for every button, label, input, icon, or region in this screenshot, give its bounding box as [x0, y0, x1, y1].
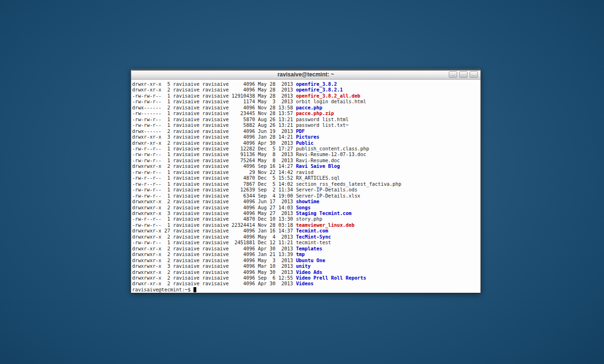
file-name: openfire_3.8.2 — [296, 81, 337, 87]
file-meta: drwxr-xr-x 2 ravisaive ravisaive 4096 Ap… — [132, 140, 296, 146]
file-meta: drwxrwxr-x 2 ravisaive ravisaive 4096 Au… — [132, 205, 296, 210]
file-row: -rw-rw-r-- 1 ravisaive ravisaive 2451881… — [132, 240, 480, 245]
file-row: -rw-rw-r-- 1 ravisaive ravisaive 2232441… — [132, 222, 480, 228]
file-row: drwxr-xr-x 2 ravisaive ravisaive 4096 Ma… — [132, 87, 480, 92]
file-name: orbit login details.html — [296, 99, 366, 104]
file-name: Server-IP-Details.ods — [296, 187, 357, 192]
terminal-cursor — [193, 287, 196, 292]
file-meta: -rw-rw-r-- 1 ravisaive ravisaive 6344 Se… — [132, 193, 296, 199]
file-row: drwx------ 2 ravisaive ravisaive 4096 Ju… — [132, 128, 480, 134]
file-name: TecMint-Sync — [296, 234, 331, 240]
file-meta: -rw-rw-r-- 1 ravisaive ravisaive 75264 M… — [132, 157, 296, 163]
file-meta: drwxr-xr-x 2 ravisaive ravisaive 4096 Ma… — [132, 87, 296, 92]
file-row: drwxrwxr-x 2 ravisaive ravisaive 4096 Se… — [132, 275, 480, 281]
file-row: drwxr-xr-x 2 ravisaive ravisaive 4096 Ap… — [132, 246, 480, 251]
file-name: showtime — [296, 199, 319, 204]
file-row: drwxrwxr-x 2 ravisaive ravisaive 4096 Ja… — [132, 251, 480, 257]
maximize-icon: ▫ — [462, 72, 464, 77]
file-row: drwxrwxr-x 27 ravisaive ravisaive 4096 J… — [132, 228, 480, 233]
file-meta: drwxr-xr-x 2 ravisaive ravisaive 4096 Ap… — [132, 281, 296, 286]
file-meta: -rw-r--r-- 1 ravisaive ravisaive 12282 D… — [132, 146, 296, 151]
file-name: password list.txt~ — [296, 122, 349, 128]
file-meta: drwxrwxr-x 2 ravisaive ravisaive 4096 Ju… — [132, 199, 296, 204]
file-name: section_rss_feeds_latest_factiva.php — [296, 181, 401, 187]
file-meta: -rw-rw-r-- 1 ravisaive ravisaive 1174 Ma… — [132, 99, 296, 104]
file-row: drwxrwxr-x 2 ravisaive ravisaive 4096 Ma… — [132, 234, 480, 240]
file-row: drwxr-xr-x 3 ravisaive ravisaive 4096 Ja… — [132, 134, 480, 140]
file-row: -rw-rw-r-- 1 ravisaive ravisaive 5870 Au… — [132, 116, 480, 122]
file-meta: drwxrwxr-x 2 ravisaive ravisaive 4096 Ma… — [132, 234, 296, 240]
file-meta: drwx------ 2 ravisaive ravisaive 4096 No… — [132, 105, 296, 110]
file-meta: -rw-rw-r-- 1 ravisaive ravisaive 5882 Au… — [132, 122, 296, 128]
close-icon: ✕ — [472, 72, 476, 77]
file-name: Videos — [296, 281, 313, 286]
file-name: pacce.php.zip — [296, 110, 334, 116]
file-name: ravisd — [296, 169, 313, 175]
file-name: story.php — [296, 216, 322, 222]
file-name: Songs — [296, 205, 310, 210]
file-meta: drwxrwxr-x 2 ravisaive ravisaive 4096 Ja… — [132, 251, 296, 257]
file-row: -rw-rw-r-- 1 ravisaive ravisaive 91136 M… — [132, 151, 480, 157]
maximize-button[interactable]: ▫ — [459, 71, 468, 78]
file-row: drwxr-xr-x 2 ravisaive ravisaive 4096 Ap… — [132, 140, 480, 146]
file-row: drwxr-xr-x 2 ravisaive ravisaive 4096 Ap… — [132, 281, 480, 286]
file-row: -rw-rw-r-- 1 ravisaive ravisaive 12639 S… — [132, 187, 480, 192]
file-name: tecmint-test — [296, 240, 331, 245]
file-row: -rw-rw-r-- 1 ravisaive ravisaive 1174 Ma… — [132, 99, 480, 104]
file-meta: -rw-rw-r-- 1 ravisaive ravisaive 5870 Au… — [132, 116, 296, 122]
file-row: drwxrwxr-x 2 ravisaive ravisaive 4096 Au… — [132, 205, 480, 210]
file-name: Public — [296, 140, 313, 146]
file-row: drwxrwxr-x 2 ravisaive ravisaive 4096 Ma… — [132, 257, 480, 263]
file-row: -rw-r--r-- 1 ravisaive ravisaive 7867 De… — [132, 181, 480, 187]
file-meta: drwxrwxr-x 2 ravisaive ravisaive 4096 Se… — [132, 163, 296, 169]
file-name: publish_content.class.php — [296, 146, 369, 151]
file-row: -rw-r--r-- 1 ravisaive ravisaive 12282 D… — [132, 146, 480, 151]
file-name: Server-IP-Details.xlsx — [296, 193, 360, 199]
terminal-window: ravisaive@tecmint: ~ – ▫ ✕ drwxr-xr-x 5 … — [131, 69, 481, 293]
minimize-button[interactable]: – — [449, 71, 457, 78]
file-row: drwxrwxr-x 2 ravisaive ravisaive 4096 Se… — [132, 163, 480, 169]
file-meta: drwxrwxr-x 2 ravisaive ravisaive 4096 Ma… — [132, 257, 296, 263]
desktop-background: ravisaive@tecmint: ~ – ▫ ✕ drwxr-xr-x 5 … — [0, 0, 604, 364]
file-meta: -rw-rw-r-- 1 ravisaive ravisaive 91136 M… — [132, 151, 296, 157]
file-name: RX_ARTICLES.sql — [296, 175, 340, 181]
file-row: drwxrwxr-x 2 ravisaive ravisaive 4096 Ma… — [132, 269, 480, 275]
file-name: teamviewer_linux.deb — [296, 222, 354, 228]
file-name: Video Ads — [296, 269, 322, 275]
file-row: -rw-r--r-- 1 ravisaive ravisaive 4870 De… — [132, 175, 480, 181]
file-meta: drwxrwxr-x 3 ravisaive ravisaive 4096 Ma… — [132, 263, 296, 269]
file-name: Ravi-Resume-12-07-13.doc — [296, 151, 366, 157]
file-name: tmp — [296, 251, 305, 257]
window-title: ravisaive@tecmint: ~ — [131, 71, 480, 78]
file-meta: -rw-rw-r-- 1 ravisaive ravisaive 2232441… — [132, 222, 296, 228]
file-row: drwx------ 2 ravisaive ravisaive 4096 No… — [132, 105, 480, 110]
file-row: -rw------- 1 ravisaive ravisaive 23445 N… — [132, 110, 480, 116]
terminal-screen[interactable]: drwxr-xr-x 5 ravisaive ravisaive 4096 Ma… — [131, 80, 480, 293]
file-meta: drwxr-xr-x 5 ravisaive ravisaive 4096 Ma… — [132, 81, 296, 87]
file-name: openfire_3.8.2_all.deb — [296, 93, 360, 99]
file-name: PDF — [296, 128, 305, 134]
file-meta: drwxr-xr-x 3 ravisaive ravisaive 4096 Ja… — [132, 134, 296, 140]
file-row: drwxrwxr-x 3 ravisaive ravisaive 4096 Ma… — [132, 263, 480, 269]
file-row: drwxrwxr-x 2 ravisaive ravisaive 4096 Ju… — [132, 199, 480, 204]
shell-prompt: ravisaive@tecmint:~$ — [132, 287, 191, 292]
file-name: Ravi Saive Blog — [296, 163, 340, 169]
file-meta: -rw-rw-r-- 1 ravisaive ravisaive 1291043… — [132, 93, 296, 99]
file-row: -rw-rw-r-- 1 ravisaive ravisaive 5882 Au… — [132, 122, 480, 128]
file-meta: -rw-rw-r-- 1 ravisaive ravisaive 2451881… — [132, 240, 296, 245]
file-meta: -rw-r--r-- 1 ravisaive ravisaive 7867 De… — [132, 181, 296, 187]
file-meta: -rw-rw-r-- 1 ravisaive ravisaive 29 Nov … — [132, 169, 296, 175]
file-name: pacce.php — [296, 105, 322, 110]
file-meta: -rw-r--r-- 1 ravisaive ravisaive 4870 De… — [132, 216, 296, 222]
close-button[interactable]: ✕ — [470, 71, 478, 78]
file-name: Ravi-Resume.doc — [296, 157, 340, 163]
window-titlebar[interactable]: ravisaive@tecmint: ~ – ▫ ✕ — [131, 69, 480, 80]
file-meta: drwxrwxr-x 2 ravisaive ravisaive 4096 Se… — [132, 275, 296, 281]
file-meta: -rw-r--r-- 1 ravisaive ravisaive 4870 De… — [132, 175, 296, 181]
file-row: -rw-r--r-- 1 ravisaive ravisaive 4870 De… — [132, 216, 480, 222]
file-name: password list.html — [296, 116, 349, 122]
file-row: drwxrwxr-x 3 ravisaive ravisaive 4096 Ma… — [132, 210, 480, 216]
window-controls: – ▫ ✕ — [449, 71, 478, 78]
file-name: Pictures — [296, 134, 319, 140]
file-meta: drwxr-xr-x 2 ravisaive ravisaive 4096 Ap… — [132, 246, 296, 251]
